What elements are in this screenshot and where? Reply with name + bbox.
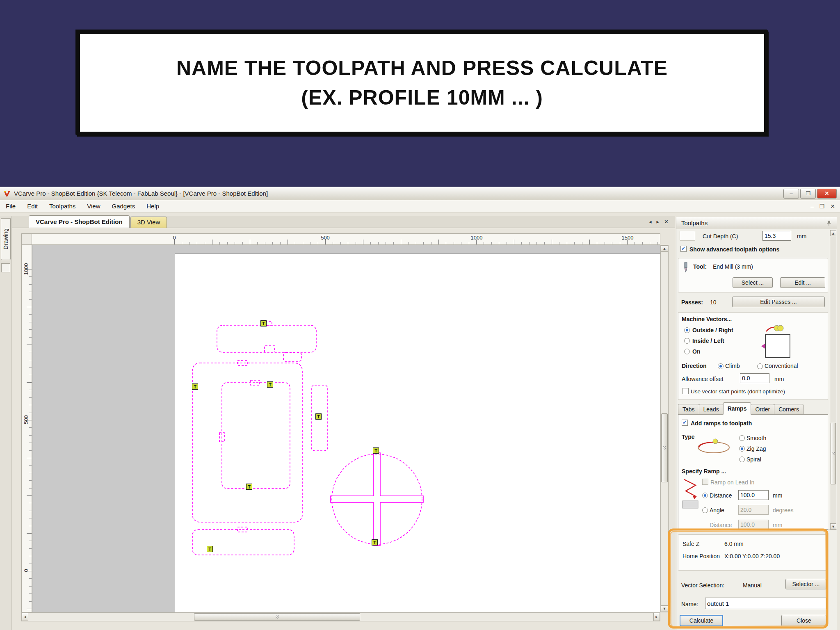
calculate-button[interactable]: Calculate [680, 615, 723, 626]
pin-icon[interactable] [826, 220, 832, 226]
smooth-radio[interactable] [739, 435, 745, 441]
banner-line-2: (EX. PROFILE 10MM ... ) [301, 86, 543, 110]
conventional-radio[interactable] [757, 363, 763, 369]
ramp-angle-radio[interactable] [702, 507, 708, 513]
ramp-angle-unit: degrees [773, 507, 794, 514]
subtab-leads[interactable]: Leads [699, 404, 724, 415]
vector-selection-value: Manual [743, 582, 762, 589]
tab-vcarve-2d[interactable]: VCarve Pro - ShopBot Edition [29, 215, 130, 228]
horizontal-ruler: 0 500 1000 1500 [32, 233, 660, 245]
panel-scroll-up-icon[interactable]: ▲ [830, 230, 836, 236]
minimize-button[interactable]: – [783, 189, 799, 199]
scroll-left-icon[interactable]: ◄ [22, 613, 28, 621]
panel-scrollbar[interactable]: ▲ ▼ [830, 230, 836, 530]
hruler-label-1000: 1000 [471, 235, 483, 241]
toolpath-vectors[interactable] [32, 245, 660, 612]
spiral-label: Spiral [746, 456, 761, 463]
show-advanced-checkbox[interactable]: ✓ [680, 246, 687, 252]
inside-left-radio[interactable] [684, 338, 690, 344]
edit-passes-button[interactable]: Edit Passes ... [732, 297, 825, 307]
ramp-lead-in-checkbox[interactable] [702, 479, 708, 485]
edit-tool-button[interactable]: Edit ... [780, 277, 825, 288]
tab-marker[interactable]: T [267, 381, 273, 388]
vruler-label-1000-text: 1000 [23, 263, 29, 275]
spiral-radio[interactable] [739, 457, 745, 462]
subtab-order[interactable]: Order [751, 404, 774, 415]
maximize-button[interactable]: ❐ [800, 189, 816, 199]
mdi-restore-button[interactable]: ❐ [819, 203, 825, 210]
ramp-distance2-input[interactable] [738, 520, 769, 530]
close-button[interactable]: ✕ [817, 189, 837, 199]
drawing-canvas[interactable]: T T T T T T T T [32, 245, 660, 612]
on-radio[interactable] [684, 349, 690, 354]
use-start-points-checkbox[interactable] [682, 388, 689, 394]
hruler-label-500: 500 [321, 235, 330, 241]
tab-drawing[interactable]: Drawing [1, 218, 11, 260]
smooth-label: Smooth [746, 435, 766, 441]
tab-marker[interactable]: T [246, 484, 252, 490]
screenshot-root: NAME THE TOOLPATH AND PRESS CALCULATE (E… [0, 0, 840, 630]
climb-radio[interactable] [718, 363, 724, 369]
conventional-label: Conventional [765, 363, 798, 369]
vcarve-window: VCarve Pro - ShopBot Edition {SK Telecom… [0, 187, 840, 630]
vector-selection-label: Vector Selection: [681, 582, 724, 589]
tab-marker[interactable]: T [260, 320, 267, 326]
toolpaths-panel: Toolpaths Cut Depth (C) mm ✓ Show advanc… [676, 217, 837, 630]
mdi-close-button[interactable]: ✕ [830, 203, 835, 210]
menu-edit[interactable]: Edit [21, 200, 43, 212]
toolpath-subtabs: Tabs Leads Ramps Order Corners [678, 403, 803, 415]
tab-3d-view[interactable]: 3D View [130, 217, 167, 228]
close-toolpath-button[interactable]: Close [781, 615, 826, 626]
horizontal-scroll-thumb[interactable] [194, 613, 360, 621]
canvas-horizontal-scrollbar[interactable]: ◄ ► [21, 612, 660, 621]
cross-vector[interactable] [331, 453, 423, 546]
panel-scroll-down-icon[interactable]: ▼ [830, 523, 836, 530]
menu-help[interactable]: Help [141, 200, 165, 212]
scroll-up-icon[interactable]: ▲ [661, 245, 668, 252]
ramp-distance-input[interactable] [738, 490, 769, 500]
ramp-angle-input[interactable] [738, 505, 769, 515]
subtab-tabs[interactable]: Tabs [678, 404, 699, 415]
tab-marker[interactable]: T [192, 383, 198, 390]
tab-marker[interactable]: T [372, 539, 378, 546]
vertical-scroll-thumb[interactable] [661, 413, 668, 482]
passes-value: 10 [710, 299, 717, 306]
zigzag-label: Zig Zag [746, 445, 766, 452]
menu-file[interactable]: File [0, 200, 21, 212]
toolpath-name-input[interactable] [705, 598, 826, 609]
drawing-collapse-button[interactable] [1, 263, 10, 272]
tab-marker[interactable]: T [207, 546, 213, 552]
subtab-corners[interactable]: Corners [774, 404, 803, 415]
cut-depth-label: Cut Depth (C) [703, 233, 738, 240]
tab-next-icon[interactable]: ▸ [657, 219, 660, 225]
select-tool-button[interactable]: Select ... [733, 277, 773, 288]
scroll-down-icon[interactable]: ▼ [661, 605, 668, 612]
outside-right-radio[interactable] [684, 327, 690, 333]
menu-toolpaths[interactable]: Toolpaths [43, 200, 81, 212]
allowance-input[interactable] [740, 373, 769, 383]
panel-scroll-thumb[interactable] [831, 423, 836, 484]
menu-gadgets[interactable]: Gadgets [106, 200, 141, 212]
hruler-label-1500: 1500 [622, 235, 634, 241]
add-ramps-checkbox[interactable]: ✓ [682, 420, 688, 426]
specify-ramp-label: Specify Ramp ... [682, 468, 726, 475]
menu-view[interactable]: View [81, 200, 106, 212]
tab-prev-icon[interactable]: ◂ [649, 219, 652, 225]
panel-title: Toolpaths [681, 219, 708, 226]
mdi-minimize-button[interactable]: – [810, 203, 814, 210]
subtab-ramps[interactable]: Ramps [723, 402, 751, 415]
canvas-vertical-scrollbar[interactable]: ▲ ▼ [660, 245, 669, 612]
vruler-label-0: 0 [23, 569, 29, 572]
on-label: On [692, 348, 700, 355]
ramp-distance-radio[interactable] [702, 493, 708, 498]
home-position-value: X:0.00 Y:0.00 Z:20.00 [724, 553, 780, 559]
cut-depth-icon [680, 231, 695, 241]
scroll-right-icon[interactable]: ► [653, 613, 660, 621]
tab-marker[interactable]: T [315, 413, 322, 420]
selector-button[interactable]: Selector ... [785, 579, 826, 589]
tab-close-icon[interactable]: ✕ [664, 219, 669, 225]
zigzag-radio[interactable] [739, 446, 745, 452]
tab-marker[interactable]: T [373, 447, 379, 454]
passes-label: Passes: [681, 299, 703, 306]
cut-depth-input[interactable] [762, 231, 791, 241]
